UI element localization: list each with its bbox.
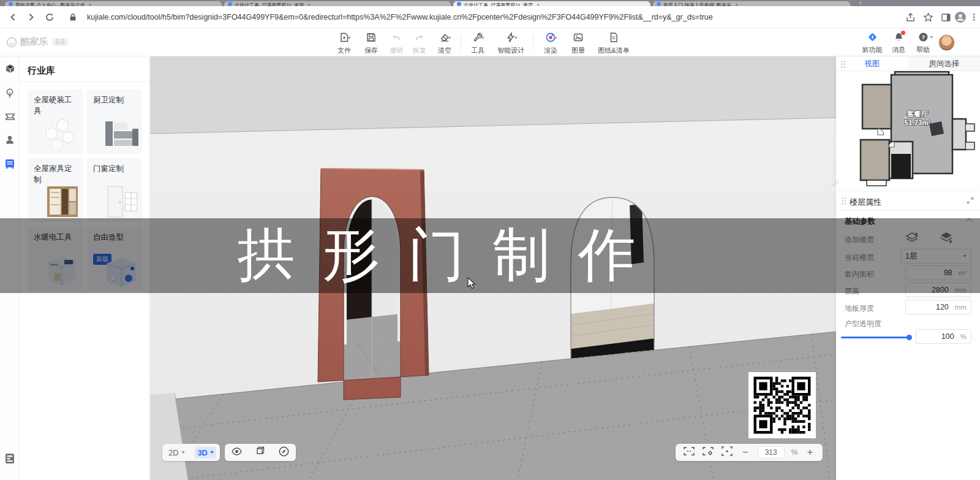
bookmark-star-icon[interactable]: [921, 10, 935, 25]
help-icon: ?: [918, 32, 929, 45]
side-panel-icon[interactable]: [938, 10, 953, 25]
tab-favicon: [9, 2, 13, 6]
tab-close-icon[interactable]: ×: [735, 2, 738, 6]
lock-icon[interactable]: [64, 9, 82, 25]
card-door-window[interactable]: 门窗定制: [87, 158, 142, 222]
card-kitchen-bath[interactable]: 厨卫定制: [87, 90, 142, 153]
qr-code: [748, 372, 816, 438]
new-features-button[interactable]: 新功能: [860, 32, 884, 54]
undo-icon: [391, 32, 402, 45]
browser-tab-3-active[interactable]: 云设计工具_已享教育双11_首页 ×: [453, 1, 650, 6]
mode-3d-button[interactable]: 3D: [195, 447, 216, 459]
zoom-controls: − 313 % +: [676, 444, 823, 461]
sheet-icon: [608, 32, 619, 45]
app-header: 酷家乐 5.0 文件 保存 撤销 恢复 清空: [0, 29, 980, 56]
save-icon: [366, 32, 377, 45]
mode-2d-button[interactable]: 2D: [166, 447, 187, 459]
browser-address-bar: kujiale.com/cloud/tool/h5/bim?designid=3…: [0, 6, 980, 28]
logo-text: 酷家乐: [20, 36, 48, 48]
tab-favicon: [457, 2, 461, 6]
messages-button[interactable]: 消息: [888, 32, 909, 54]
walkthrough-compass-icon[interactable]: [278, 446, 290, 460]
render-camera-icon: [545, 32, 556, 45]
account-person-icon[interactable]: [4, 134, 16, 146]
kitchen-cabinet-icon: [102, 118, 141, 152]
visibility-eye-icon[interactable]: [231, 446, 243, 460]
opacity-slider-knob[interactable]: [907, 335, 912, 340]
room-area-label: 51.73m²: [905, 119, 931, 126]
tab-close-icon[interactable]: ×: [537, 2, 540, 6]
furnish-sofa-icon[interactable]: [4, 110, 16, 123]
zoom-out-button[interactable]: −: [740, 447, 751, 458]
forward-icon[interactable]: [22, 9, 40, 25]
drag-handle-icon[interactable]: [840, 60, 846, 68]
hexagon-tiles-icon: [43, 114, 81, 152]
toolbar-smart-design-button[interactable]: 智能设计: [491, 32, 530, 54]
file-icon: [339, 32, 350, 45]
zoom-in-button[interactable]: +: [804, 447, 815, 458]
view-settings-icon[interactable]: [702, 446, 714, 459]
new-features-diamond-icon: [867, 32, 878, 45]
slab-thickness-input[interactable]: 120 mm: [905, 300, 971, 314]
tab-favicon: [228, 2, 232, 6]
lightning-icon: [505, 32, 516, 45]
toolbar-file-button[interactable]: 文件: [331, 32, 358, 54]
tab-close-icon[interactable]: ×: [89, 2, 92, 6]
opacity-slider-track[interactable]: [841, 337, 910, 338]
eraser-icon: [439, 32, 450, 45]
bell-icon: [894, 32, 904, 45]
url-text[interactable]: kujiale.com/cloud/tool/h5/bim?designid=3…: [87, 13, 877, 21]
mouse-cursor: [467, 277, 477, 292]
toolbar-save-button[interactable]: 保存: [358, 32, 385, 54]
new-tab-button[interactable]: +: [856, 1, 865, 6]
back-icon[interactable]: [4, 9, 22, 25]
toolbar-drawings-list-button[interactable]: 图纸&清单: [592, 32, 636, 54]
toolbar-divider: [461, 35, 461, 51]
card-hard-decor-tools[interactable]: 全屋硬装工具: [28, 90, 83, 153]
svg-text:?: ?: [921, 34, 925, 40]
reload-icon[interactable]: [40, 9, 59, 25]
help-button[interactable]: ? 帮助: [911, 32, 935, 54]
toolbar-redo-button[interactable]: 恢复: [408, 32, 431, 54]
toolbar-render-button[interactable]: 渲染: [537, 32, 565, 54]
chevron-down-icon: [210, 451, 214, 454]
floorplan-minimap[interactable]: 客餐厅 51.73m²: [836, 71, 980, 187]
zoom-value-input[interactable]: 313: [758, 446, 785, 459]
expand-panel-icon[interactable]: [967, 197, 974, 206]
industry-library-cabinet-icon[interactable]: [4, 158, 16, 170]
tab-title: 云设计工具_已享教育双11_发现: [235, 2, 304, 6]
user-avatar[interactable]: [938, 34, 955, 51]
tab-title: 新手入门-快速上手教程_酷家乐: [663, 2, 731, 6]
drag-handle-icon[interactable]: [841, 197, 846, 205]
plan-opacity-input[interactable]: 100 %: [916, 329, 971, 344]
cube-view-icon[interactable]: [254, 446, 266, 460]
slab-thickness-label: 地板厚度: [845, 303, 874, 314]
watermark-text: 拱形门制作: [0, 213, 980, 297]
card-furniture-custom[interactable]: 全屋家具定制: [28, 158, 83, 222]
tab-view[interactable]: 视图: [836, 56, 908, 70]
inspiration-bulb-icon[interactable]: [4, 87, 16, 99]
fit-view-icon[interactable]: [683, 446, 695, 459]
browser-tab-2[interactable]: 云设计工具_已享教育双11_发现 ×: [224, 1, 451, 6]
minimap-panel: 视图 房间选择 客餐厅 51.73m²: [836, 56, 980, 187]
browser-menu-kebab-icon[interactable]: [967, 10, 980, 25]
toolbar-clear-button[interactable]: 清空: [431, 32, 458, 54]
minimap-tabs: 视图 房间选择: [836, 56, 980, 71]
toolbar-album-button[interactable]: 图册: [565, 32, 592, 54]
tab-room-select[interactable]: 房间选择: [908, 56, 980, 70]
tab-close-icon[interactable]: ×: [307, 2, 311, 6]
view-mode-switch: 2D 3D: [162, 444, 220, 461]
zoom-unit: %: [791, 448, 798, 457]
layout-panel-icon[interactable]: [4, 452, 16, 465]
toolbar-undo-button[interactable]: 撤销: [385, 32, 408, 54]
browser-profile-avatar[interactable]: [953, 10, 968, 25]
browser-tab-1[interactable]: 我的方案-个人中心 - 酷家乐云设 ×: [5, 1, 222, 6]
model-cube-icon[interactable]: [4, 63, 16, 75]
focus-center-icon[interactable]: [721, 446, 733, 459]
share-icon[interactable]: [903, 10, 918, 25]
panel-resize-handle[interactable]: [832, 180, 839, 187]
wrench-icon: [472, 32, 483, 45]
toolbar-tools-button[interactable]: 工具: [464, 32, 491, 54]
redo-icon: [414, 32, 425, 45]
browser-tab-4[interactable]: 新手入门-快速上手教程_酷家乐 ×: [653, 1, 850, 6]
